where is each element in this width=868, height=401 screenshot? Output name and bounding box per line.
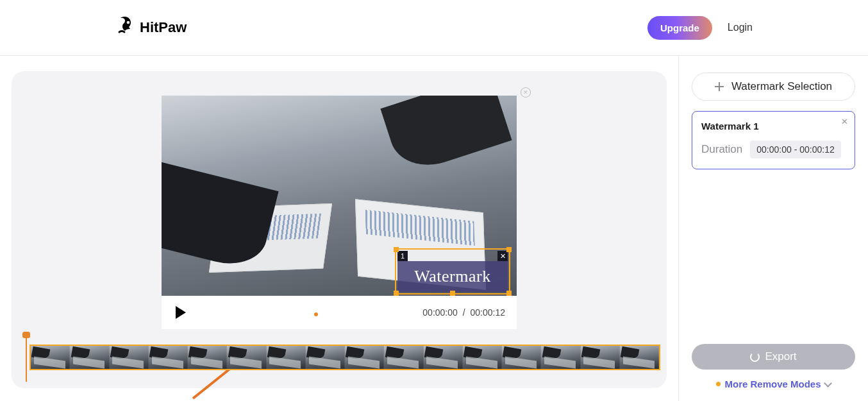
loading-icon <box>750 352 760 362</box>
current-time: 00:00:00 <box>422 307 458 318</box>
timeline-thumb[interactable] <box>267 346 306 369</box>
timeline-thumb[interactable] <box>306 346 345 369</box>
timeline-thumb[interactable] <box>620 346 659 369</box>
timeline-thumb[interactable] <box>110 346 149 369</box>
notification-dot-icon <box>716 382 721 386</box>
timeline-thumb[interactable] <box>424 346 463 369</box>
login-link[interactable]: Login <box>728 22 753 33</box>
time-readout: 00:00:00 / 00:00:12 <box>422 307 505 318</box>
total-time: 00:00:12 <box>471 307 506 318</box>
timeline-thumb[interactable] <box>581 346 620 369</box>
timeline-thumb[interactable] <box>463 346 502 369</box>
plus-icon <box>715 82 724 91</box>
selection-index: 1 <box>397 251 408 261</box>
timeline-thumb[interactable] <box>149 346 188 369</box>
timeline-thumb[interactable] <box>502 346 541 369</box>
more-remove-modes-link[interactable]: More Remove Modes <box>692 379 855 389</box>
resize-handle[interactable] <box>394 247 399 252</box>
resize-handle[interactable] <box>506 291 512 296</box>
add-selection-label: Watermark Selection <box>731 80 832 93</box>
resize-handle[interactable] <box>394 291 399 296</box>
timeline-thumb[interactable] <box>345 346 384 369</box>
duration-value[interactable]: 00:00:00 - 00:00:12 <box>750 141 840 158</box>
editor-canvas: ✕ 1 ✕ Watermark <box>12 71 667 388</box>
progress-dot[interactable] <box>314 312 318 316</box>
video-frame[interactable]: 1 ✕ Watermark <box>162 96 517 296</box>
timeline-thumb[interactable] <box>227 346 266 369</box>
timeline-thumb[interactable] <box>541 346 580 369</box>
timeline-thumb[interactable] <box>188 346 227 369</box>
resize-handle[interactable] <box>450 291 455 296</box>
export-label: Export <box>765 350 796 363</box>
export-button[interactable]: Export <box>692 344 855 370</box>
svg-point-0 <box>127 21 130 24</box>
duration-label: Duration <box>701 143 742 156</box>
brand-name: HitPaw <box>140 19 187 36</box>
more-modes-label: More Remove Modes <box>724 379 821 389</box>
add-watermark-selection-button[interactable]: Watermark Selection <box>692 73 855 101</box>
editor-area: ✕ 1 ✕ Watermark <box>0 56 678 401</box>
logo-icon <box>115 17 135 38</box>
player-controls: 00:00:00 / 00:00:12 <box>162 296 517 329</box>
watermark-selection-box[interactable]: 1 ✕ Watermark <box>395 248 510 294</box>
brand-logo[interactable]: HitPaw <box>115 17 187 38</box>
scene-decor <box>380 96 512 176</box>
time-separator: / <box>460 307 468 318</box>
app-header: HitPaw Upgrade Login <box>0 0 868 56</box>
play-icon[interactable] <box>176 306 186 319</box>
timeline[interactable] <box>18 339 660 377</box>
upgrade-button[interactable]: Upgrade <box>647 16 712 40</box>
timeline-thumb[interactable] <box>31 346 70 369</box>
watermark-label: Watermark <box>397 261 508 292</box>
side-panel: Watermark Selection ✕ Watermark 1 Durati… <box>678 56 868 401</box>
video-card: 1 ✕ Watermark 00:00:00 / <box>162 96 517 329</box>
card-close-icon[interactable]: ✕ <box>841 117 848 126</box>
timeline-thumb[interactable] <box>384 346 423 369</box>
timeline-strip[interactable] <box>29 345 660 370</box>
resize-handle[interactable] <box>506 247 512 252</box>
timeline-thumb[interactable] <box>70 346 109 369</box>
selection-remove-icon[interactable]: ✕ <box>497 251 508 261</box>
chevron-down-icon <box>824 379 832 388</box>
playhead[interactable] <box>26 334 27 382</box>
watermark-card[interactable]: ✕ Watermark 1 Duration 00:00:00 - 00:00:… <box>692 111 855 169</box>
close-icon[interactable]: ✕ <box>521 87 531 98</box>
watermark-title: Watermark 1 <box>701 121 846 132</box>
